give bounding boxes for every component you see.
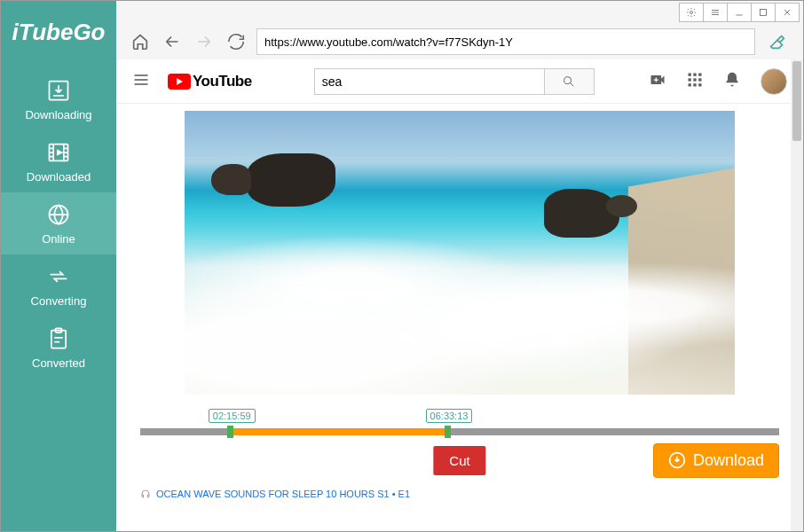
notifications-bell-icon[interactable] (723, 71, 741, 92)
sidebar-item-online[interactable]: Online (1, 192, 116, 254)
forward-button[interactable] (193, 30, 216, 53)
clear-button[interactable] (764, 30, 791, 53)
sidebar: iTubeGo Downloading Downloaded Online Co… (1, 1, 116, 531)
svg-rect-15 (693, 83, 696, 86)
youtube-search (314, 68, 595, 95)
url-input[interactable] (256, 28, 755, 55)
start-time-label: 02:15:59 (209, 409, 256, 423)
youtube-brand-text: YouTube (193, 73, 252, 90)
timeline-selection (230, 428, 447, 435)
svg-rect-10 (698, 73, 701, 75)
sidebar-item-converted[interactable]: Converted (1, 317, 116, 379)
video-player[interactable] (185, 111, 735, 395)
svg-rect-14 (689, 83, 691, 86)
sidebar-item-label: Converting (31, 294, 87, 308)
browser-toolbar (116, 24, 803, 59)
clipboard-check-icon (46, 326, 71, 351)
youtube-play-icon (168, 74, 191, 90)
svg-point-7 (564, 76, 571, 83)
search-input[interactable] (314, 68, 545, 95)
menu-button[interactable] (703, 3, 728, 22)
home-button[interactable] (129, 30, 152, 53)
action-buttons: Cut Download (140, 442, 779, 478)
close-button[interactable] (775, 3, 800, 22)
settings-button[interactable] (679, 3, 704, 22)
svg-rect-12 (693, 78, 696, 81)
youtube-right-icons (649, 68, 787, 95)
download-tray-icon (46, 78, 71, 103)
titlebar (116, 1, 803, 24)
download-label: Download (693, 451, 764, 470)
back-button[interactable] (161, 30, 184, 53)
film-icon (46, 140, 71, 165)
bottom-info: OCEAN WAVE SOUNDS FOR SLEEP 10 HOURS S1 … (140, 489, 779, 499)
sidebar-item-downloading[interactable]: Downloading (1, 68, 116, 130)
maximize-button[interactable] (751, 3, 776, 22)
sidebar-item-downloaded[interactable]: Downloaded (1, 130, 116, 192)
reload-button[interactable] (225, 30, 248, 53)
youtube-logo[interactable]: YouTube (168, 73, 252, 90)
scrollbar[interactable] (791, 59, 803, 531)
video-section: 02:15:59 06:33:13 Cut Download OCEAN WAV… (116, 104, 803, 499)
sidebar-item-label: Downloaded (27, 170, 91, 184)
sidebar-item-label: Online (42, 232, 75, 246)
user-avatar[interactable] (761, 68, 787, 95)
globe-icon (46, 202, 71, 227)
video-title-link[interactable]: OCEAN WAVE SOUNDS FOR SLEEP 10 HOURS S1 … (156, 489, 410, 499)
svg-rect-16 (698, 83, 701, 86)
svg-rect-13 (698, 78, 701, 81)
minimize-button[interactable] (727, 3, 752, 22)
end-time-label: 06:33:13 (426, 409, 473, 423)
timeline-start-handle[interactable] (227, 426, 233, 438)
svg-rect-8 (689, 73, 691, 75)
page-content: YouTube (116, 59, 803, 531)
svg-rect-11 (689, 78, 691, 81)
headphones-icon (140, 489, 151, 499)
create-video-icon[interactable] (649, 71, 666, 92)
timeline-end-handle[interactable] (445, 426, 451, 438)
svg-rect-9 (693, 73, 696, 75)
cut-button[interactable]: Cut (433, 446, 485, 475)
main-area: YouTube (116, 1, 803, 531)
youtube-header: YouTube (116, 59, 803, 104)
app-logo: iTubeGo (12, 19, 106, 46)
apps-grid-icon[interactable] (686, 71, 704, 92)
search-button[interactable] (545, 68, 595, 95)
sidebar-item-converting[interactable]: Converting (1, 254, 116, 317)
refresh-arrows-icon (46, 264, 71, 289)
hamburger-menu-icon[interactable] (132, 71, 150, 92)
download-button[interactable]: Download (653, 443, 779, 478)
sidebar-item-label: Converted (32, 356, 85, 370)
svg-point-5 (690, 12, 693, 14)
timeline[interactable]: 02:15:59 06:33:13 (140, 412, 779, 437)
download-icon (668, 451, 686, 469)
sidebar-item-label: Downloading (25, 108, 91, 121)
svg-rect-6 (761, 10, 767, 16)
